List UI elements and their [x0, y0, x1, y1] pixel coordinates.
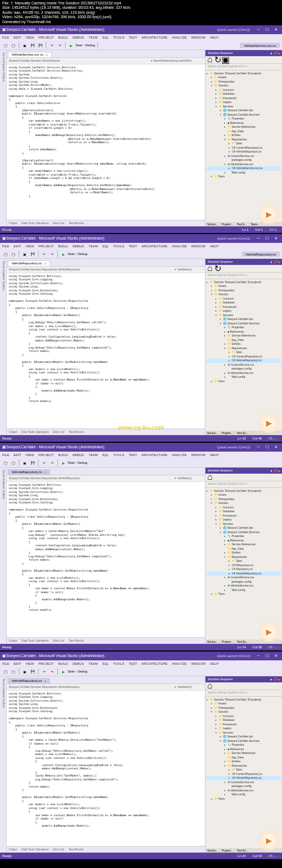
menu-edit[interactable]: EDIT [14, 36, 21, 39]
tree-folder[interactable]: ▾📁 Services [207, 105, 281, 109]
vs-icon: ▣ [2, 28, 6, 32]
redo-icon[interactable]: ↷ [56, 42, 63, 48]
code-editor[interactable]: using Sixeyed.CarValet.Services.Entities… [7, 64, 205, 220]
vs-window: ▣Sixeyed.CarValet - Microsoft Visual Stu… [0, 652, 282, 859]
maximize-button[interactable]: ☐ [263, 235, 271, 242]
tree-item[interactable]: ▾📁 Repositories [207, 138, 281, 142]
tree-folder[interactable]: ▾📁 Solution [207, 84, 281, 88]
tree-folder[interactable]: ▸📁 Framework [207, 96, 281, 101]
tree-folder[interactable]: ▸📁 Database [207, 92, 281, 96]
close-button[interactable]: ✕ [272, 235, 280, 242]
tree-item[interactable]: ▸📁 Service References [207, 125, 281, 129]
collapse-icon[interactable]: ▣ [222, 56, 229, 63]
editor-tab[interactable]: VehicleRepository.cs× [8, 261, 50, 266]
tree-file[interactable]: ▸📄 Web.config [207, 171, 281, 175]
minimize-button[interactable]: ─ [254, 26, 262, 33]
se-toolbar: ⌂ ↻ ▣ [205, 56, 282, 64]
nav-back-icon[interactable]: ◯ [2, 42, 9, 48]
tab-errors[interactable]: Error List [53, 221, 64, 225]
menu-tools[interactable]: TOOLS [113, 36, 124, 39]
toolbar: ◯ ◯ ▣ 💾 💾 ↶ ↷ ▶ Start - Debug VehicleSer… [0, 41, 282, 50]
maximize-button[interactable]: ☐ [263, 26, 271, 33]
panel-pin-icon[interactable]: ▾ 📌 × [270, 51, 280, 55]
pinned-tab[interactable]: VehicleRepository.cs [242, 252, 280, 257]
close-icon[interactable]: × [46, 53, 48, 57]
play-badge-icon [259, 831, 279, 850]
menu-window[interactable]: WINDOW [191, 36, 205, 39]
tree-folder[interactable]: ▸📁 Legacy [207, 100, 281, 105]
tree-project[interactable]: ▸🌐 Sixeyed.CarValet.Api [207, 109, 281, 113]
se-search[interactable]: Search Solution Explorer (Ctrl+;) [205, 64, 282, 70]
menu-project[interactable]: PROJECT [39, 36, 54, 39]
tree-project[interactable]: ▾🌐 Sixeyed.CarValet.Services [207, 113, 281, 117]
close-button[interactable]: ✕ [272, 26, 280, 33]
tree-item[interactable]: ▸📁 Spec [207, 142, 281, 146]
tree-file-selected[interactable]: ▸C# VehicleRepository.cs [207, 359, 281, 363]
sp-tab-solution[interactable]: Solutio... [205, 222, 220, 226]
nav-fwd-icon[interactable]: ◯ [10, 42, 17, 48]
status-bar: Ready Ln 1 Col 1 Ch 1 [0, 226, 282, 233]
vs-window: ▣ Sixeyed.CarValet - Microsoft Visual St… [0, 25, 282, 233]
play-badge-icon [259, 204, 279, 224]
undo-icon[interactable]: ↶ [48, 42, 55, 48]
tree-file-selected[interactable]: ▸C# VehicleService.svc.cs [207, 166, 281, 171]
menu-architecture[interactable]: ARCHITECTURE [142, 36, 167, 39]
sp-tab-test[interactable]: Test E... [235, 222, 249, 226]
menu-debug[interactable]: DEBUG [72, 36, 84, 39]
status-col: Col 1 [255, 228, 263, 231]
tree-item[interactable]: ▸📁 Entities [207, 133, 281, 138]
tree-file[interactable]: ▾⚙ VehicleService.svc [207, 162, 281, 167]
home-icon[interactable]: ⌂ [207, 56, 213, 63]
editor-tab[interactable]: VehicleService.svc.cs× [8, 52, 52, 57]
menu-build[interactable]: BUILD [58, 36, 68, 39]
tree-folder[interactable]: ▸📁 Common [207, 88, 281, 93]
tree-file[interactable]: ▸⚙ ContentService.svc [207, 154, 281, 159]
code-editor[interactable]: using Sixeyed.CarValet.Entities; using S… [7, 482, 205, 637]
window-title: Sixeyed.CarValet - Microsoft Visual Stud… [6, 28, 217, 31]
menu-file[interactable]: FILE [2, 36, 9, 39]
start-debug-label[interactable]: Start - Debug [75, 44, 95, 47]
title-bar[interactable]: ▣ Sixeyed.CarValet - Microsoft Visual St… [0, 234, 282, 243]
quick-launch[interactable]: Quick Launch (Ctrl+Q) [217, 28, 250, 31]
nav-class[interactable]: Sixeyed.CarValet.Services.VehicleService [9, 59, 60, 62]
tree-file[interactable]: 📄 packages.config [207, 158, 281, 162]
code-editor[interactable]: using Sixeyed.CarValet.Entities; using S… [7, 273, 205, 428]
pinned-tab[interactable]: VehicleService.svc.cs [240, 43, 280, 48]
play-icon[interactable]: ▶ [68, 42, 74, 48]
play-badge-icon [259, 413, 279, 433]
menu-view[interactable]: VIEW [25, 36, 34, 39]
tree-item[interactable]: ▸■ References [207, 121, 281, 126]
solution-explorer: Solution Explorer▾ 📌 × ⌂ ↻ ▣ Search Solu… [205, 50, 282, 226]
file-metadata: File: 7. Manually Caching Inside The Sol… [0, 0, 282, 25]
tab-testresults[interactable]: Test Results [69, 221, 84, 225]
menu-test[interactable]: TEST [129, 36, 137, 39]
tab-dto[interactable]: Data Tools Operations [21, 221, 48, 225]
tab-output[interactable]: Output [9, 221, 17, 225]
code-editor[interactable]: using Sixeyed.CarValet.Entities; using S… [7, 691, 205, 846]
menu-team[interactable]: TEAM [89, 36, 98, 39]
vs-icon: ▣ [2, 236, 6, 241]
tree-file[interactable]: ▸C# ContentRepository.cs [207, 146, 281, 150]
menu-analyze[interactable]: ANALYZE [172, 36, 187, 39]
refresh-icon[interactable]: ↻ [214, 56, 221, 63]
open-icon[interactable]: ▣ [21, 42, 28, 48]
server-explorer-strip[interactable]: Server Explorer Toolbox [0, 50, 7, 226]
minimize-button[interactable]: ─ [254, 235, 262, 242]
menu-help[interactable]: HELP [210, 36, 219, 39]
solution-tree[interactable]: ▸📁 Solution 'Sixeyed.CarValet' (9 projec… [205, 70, 282, 222]
title-bar[interactable]: ▣ Sixeyed.CarValet - Microsoft Visual St… [0, 25, 282, 34]
tree-file[interactable]: ▸C# VehicleRepository.cs [207, 150, 281, 154]
sp-tab-properties[interactable]: Propert... [220, 222, 235, 226]
tree-item[interactable]: ▸🔧 Properties [207, 117, 281, 121]
tree-solution[interactable]: ▸📁 Solution 'Sixeyed.CarValet' (9 projec… [207, 72, 281, 76]
saveall-icon[interactable]: 💾 [37, 42, 44, 48]
nav-member[interactable]: ▾ SearchMakes(string startsWith) [151, 59, 197, 62]
tree-folder[interactable]: ▸📁 Assets [207, 75, 281, 80]
tree-folder[interactable]: ▸📁 Tests [207, 175, 281, 179]
sp-tab-team[interactable]: Team... [249, 222, 262, 226]
save-icon[interactable]: 💾 [29, 42, 36, 48]
tree-folder[interactable]: ▸📁 Prerequisites [207, 80, 281, 84]
tree-item[interactable]: 📁 App_Data [207, 129, 281, 134]
menu-sql[interactable]: SQL [102, 36, 109, 39]
menu-bar: FILE EDIT VIEW PROJECT BUILD DEBUG TEAM … [0, 34, 282, 41]
